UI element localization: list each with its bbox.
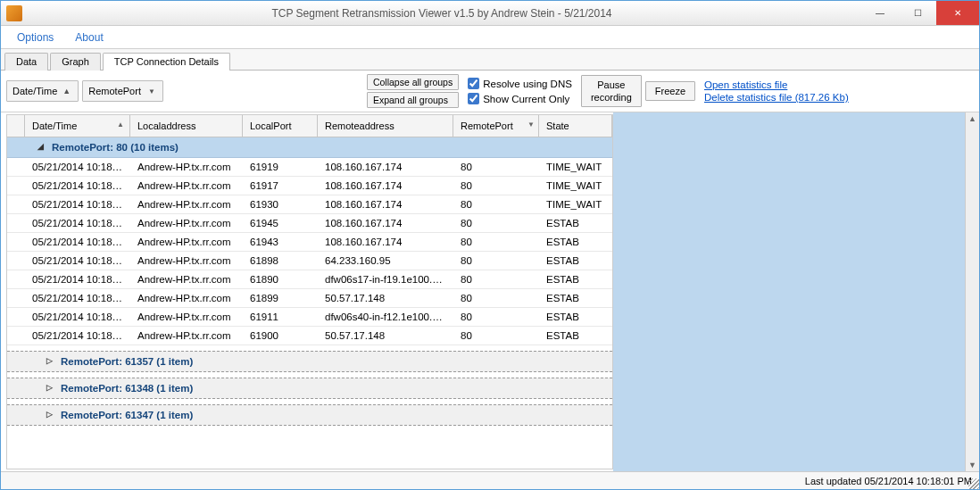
- pause-recording-button[interactable]: Pause recording: [581, 75, 642, 107]
- table-row[interactable]: 05/21/2014 10:18:01Andrew-HP.tx.rr.com61…: [7, 289, 612, 308]
- cell-datetime: 05/21/2014 10:18:01: [25, 233, 130, 251]
- cell-localaddress: Andrew-HP.tx.rr.com: [130, 327, 243, 345]
- toolbar: Date/Time ▲ RemotePort ▼ Collapse all gr…: [1, 71, 979, 112]
- cell-datetime: 05/21/2014 10:18:01: [25, 214, 130, 232]
- chevron-down-icon: ▼: [148, 87, 155, 96]
- cell-remoteport: 80: [453, 195, 539, 213]
- groupby-label-1: Date/Time: [12, 86, 57, 96]
- app-icon: [6, 5, 22, 21]
- status-text: Last updated 05/21/2014 10:18:01 PM: [805, 476, 972, 486]
- titlebar: TCP Segment Retransmission Viewer v1.5 b…: [1, 1, 979, 26]
- cell-localaddress: Andrew-HP.tx.rr.com: [130, 158, 243, 176]
- cell-localaddress: Andrew-HP.tx.rr.com: [130, 289, 243, 307]
- groupby-datetime[interactable]: Date/Time ▲: [6, 80, 79, 102]
- tab-data[interactable]: Data: [4, 53, 48, 71]
- grid-header: Date/Time▲ Localaddress LocalPort Remote…: [7, 115, 612, 137]
- tab-tcp-details[interactable]: TCP Connection Details: [103, 53, 230, 71]
- cell-localport: 61911: [243, 308, 318, 326]
- col-datetime[interactable]: Date/Time▲: [25, 115, 130, 137]
- groupby-remoteport[interactable]: RemotePort ▼: [82, 80, 163, 102]
- cell-localport: 61945: [243, 214, 318, 232]
- groupby-label-2: RemotePort: [88, 86, 141, 96]
- cell-datetime: 05/21/2014 10:18:01: [25, 252, 130, 270]
- cell-remoteport: 80: [453, 327, 539, 345]
- cell-state: ESTAB: [539, 233, 612, 251]
- cell-state: ESTAB: [539, 252, 612, 270]
- collapse-all-button[interactable]: Collapse all groups: [367, 74, 459, 90]
- connection-grid: Date/Time▲ Localaddress LocalPort Remote…: [6, 114, 613, 469]
- cell-state: TIME_WAIT: [539, 195, 612, 213]
- expand-all-button[interactable]: Expand all groups: [367, 92, 459, 108]
- col-remoteaddress[interactable]: Remoteaddress: [318, 115, 453, 137]
- tab-graph[interactable]: Graph: [50, 53, 101, 71]
- cell-remoteport: 80: [453, 177, 539, 195]
- cell-remoteport: 80: [453, 289, 539, 307]
- cell-localport: 61917: [243, 177, 318, 195]
- group-row[interactable]: RemotePort: 80 (10 items): [7, 137, 612, 158]
- table-row[interactable]: 05/21/2014 10:18:01Andrew-HP.tx.rr.com61…: [7, 327, 612, 345]
- cell-remoteaddress: 108.160.167.174: [318, 195, 453, 213]
- col-remoteport[interactable]: RemotePort▼: [453, 115, 539, 137]
- open-stats-link[interactable]: Open statistics file: [704, 79, 849, 90]
- group-row[interactable]: RemotePort: 61348 (1 item): [7, 378, 612, 399]
- delete-stats-link[interactable]: Delete statistics file (817.26 Kb): [704, 92, 849, 103]
- cell-state: ESTAB: [539, 214, 612, 232]
- cell-datetime: 05/21/2014 10:18:01: [25, 327, 130, 345]
- cell-remoteport: 80: [453, 214, 539, 232]
- table-row[interactable]: 05/21/2014 10:18:01Andrew-HP.tx.rr.com61…: [7, 233, 612, 252]
- cell-remoteaddress: 50.57.17.148: [318, 289, 453, 307]
- cell-state: TIME_WAIT: [539, 158, 612, 176]
- col-state[interactable]: State: [539, 115, 612, 137]
- cell-datetime: 05/21/2014 10:18:01: [25, 308, 130, 326]
- tabstrip: Data Graph TCP Connection Details: [1, 49, 979, 71]
- cell-localport: 61943: [243, 233, 318, 251]
- cell-localport: 61890: [243, 270, 318, 288]
- cell-remoteaddress: 64.233.160.95: [318, 252, 453, 270]
- cell-remoteport: 80: [453, 270, 539, 288]
- table-row[interactable]: 05/21/2014 10:18:01Andrew-HP.tx.rr.com61…: [7, 177, 612, 195]
- table-row[interactable]: 05/21/2014 10:18:01Andrew-HP.tx.rr.com61…: [7, 158, 612, 177]
- sort-asc-icon: ▲: [117, 120, 124, 129]
- minimize-button[interactable]: —: [861, 1, 899, 25]
- cell-localaddress: Andrew-HP.tx.rr.com: [130, 177, 243, 195]
- close-button[interactable]: ✕: [936, 1, 979, 25]
- group-row[interactable]: RemotePort: 61347 (1 item): [7, 404, 612, 426]
- menu-options[interactable]: Options: [8, 29, 62, 46]
- col-localaddress[interactable]: Localaddress: [130, 115, 243, 137]
- resolve-dns-checkbox[interactable]: Resolve using DNS: [468, 78, 572, 89]
- col-expand[interactable]: [7, 115, 25, 137]
- cell-state: ESTAB: [539, 327, 612, 345]
- show-current-checkbox[interactable]: Show Current Only: [468, 93, 572, 104]
- table-row[interactable]: 05/21/2014 10:18:01Andrew-HP.tx.rr.com61…: [7, 195, 612, 214]
- cell-remoteaddress: 108.160.167.174: [318, 233, 453, 251]
- cell-localport: 61899: [243, 289, 318, 307]
- cell-state: ESTAB: [539, 308, 612, 326]
- table-row[interactable]: 05/21/2014 10:18:01Andrew-HP.tx.rr.com61…: [7, 308, 612, 327]
- cell-remoteaddress: 108.160.167.174: [318, 158, 453, 176]
- cell-remoteaddress: dfw06s17-in-f19.1e100.net: [318, 270, 453, 288]
- cell-remoteport: 80: [453, 252, 539, 270]
- cell-remoteaddress: 50.57.17.148: [318, 327, 453, 345]
- cell-state: ESTAB: [539, 270, 612, 288]
- table-row[interactable]: 05/21/2014 10:18:01Andrew-HP.tx.rr.com61…: [7, 252, 612, 270]
- menubar: Options About: [1, 26, 979, 49]
- maximize-button[interactable]: ☐: [899, 1, 936, 25]
- cell-localport: 61900: [243, 327, 318, 345]
- resize-grip[interactable]: [968, 478, 979, 489]
- table-row[interactable]: 05/21/2014 10:18:01Andrew-HP.tx.rr.com61…: [7, 270, 612, 289]
- cell-localaddress: Andrew-HP.tx.rr.com: [130, 308, 243, 326]
- cell-remoteaddress: 108.160.167.174: [318, 214, 453, 232]
- col-localport[interactable]: LocalPort: [243, 115, 318, 137]
- sort-asc-icon: ▲: [62, 87, 71, 96]
- table-row[interactable]: 05/21/2014 10:18:01Andrew-HP.tx.rr.com61…: [7, 214, 612, 233]
- cell-datetime: 05/21/2014 10:18:01: [25, 195, 130, 213]
- menu-about[interactable]: About: [66, 29, 112, 46]
- window-title: TCP Segment Retransmission Viewer v1.5 b…: [22, 7, 861, 20]
- cell-remoteport: 80: [453, 308, 539, 326]
- cell-remoteaddress: dfw06s40-in-f12.1e100.net: [318, 308, 453, 326]
- group-row[interactable]: RemotePort: 61357 (1 item): [7, 351, 612, 372]
- freeze-button[interactable]: Freeze: [645, 81, 695, 101]
- cell-localaddress: Andrew-HP.tx.rr.com: [130, 195, 243, 213]
- scrollbar-vertical[interactable]: [965, 112, 979, 471]
- cell-localport: 61919: [243, 158, 318, 176]
